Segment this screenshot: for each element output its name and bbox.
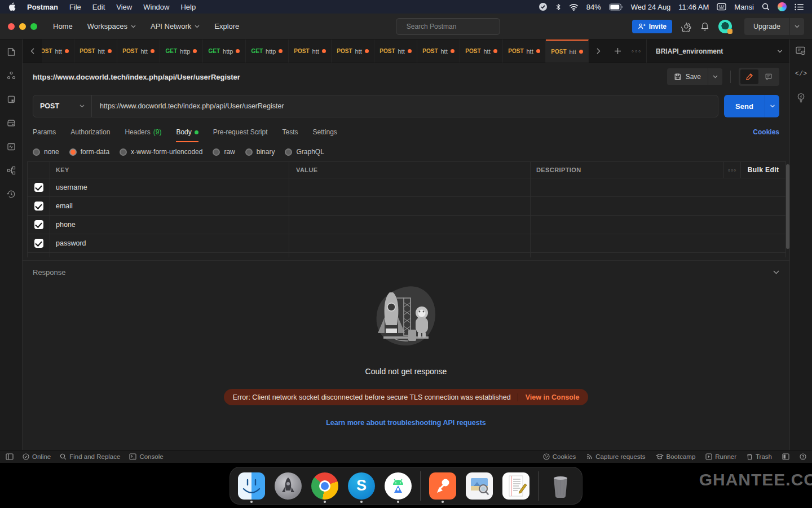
siri-icon[interactable] [778, 2, 787, 11]
send-options-chevron[interactable] [765, 95, 779, 117]
menu-window[interactable]: Window [143, 3, 169, 11]
request-tab[interactable]: GEThttp [246, 40, 289, 63]
nav-explore[interactable]: Explore [214, 22, 239, 30]
menu-view[interactable]: View [116, 3, 132, 11]
table-row[interactable]: email [28, 197, 785, 216]
android-studio-icon[interactable] [383, 468, 413, 503]
code-snippet-icon[interactable]: </> [795, 70, 807, 78]
upgrade-button[interactable]: Upgrade [744, 18, 804, 35]
minimize-window-button[interactable] [19, 23, 26, 30]
notifications-bell-icon[interactable] [700, 21, 709, 32]
wifi-icon[interactable] [569, 3, 579, 11]
tab-body[interactable]: Body [176, 122, 198, 142]
collections-icon[interactable] [6, 46, 17, 58]
tab-options-button[interactable]: ○○○ [627, 40, 646, 63]
spotlight-search-icon[interactable] [762, 3, 770, 11]
row-checkbox-checked[interactable] [34, 220, 43, 229]
row-checkbox-checked[interactable] [34, 239, 43, 248]
input-source-icon[interactable] [717, 3, 726, 11]
finder-icon[interactable] [237, 468, 266, 503]
tab-authorization[interactable]: Authorization [70, 122, 110, 142]
save-options-chevron[interactable] [708, 68, 722, 85]
table-row[interactable]: username [28, 178, 785, 197]
launchpad-icon[interactable] [273, 468, 303, 503]
console-button[interactable]: Console [129, 453, 163, 460]
trash-icon[interactable] [546, 468, 575, 503]
zoom-window-button[interactable] [30, 23, 37, 30]
column-options-icon[interactable]: ○○○ [723, 162, 740, 178]
request-tab[interactable]: POSThtt [503, 40, 546, 63]
split-panes-icon[interactable] [782, 453, 789, 460]
postman-icon[interactable] [428, 468, 457, 503]
capture-requests-button[interactable]: Capture requests [586, 453, 645, 460]
trash-button[interactable]: Trash [747, 453, 772, 460]
row-checkbox-checked[interactable] [34, 202, 43, 211]
menubar-app-name[interactable]: Postman [27, 3, 58, 11]
runner-button[interactable]: Runner [705, 453, 736, 460]
edit-pencil-button[interactable] [740, 69, 758, 84]
environment-selector[interactable]: BRIAPI_environment [646, 40, 789, 63]
request-tab[interactable]: POSThtt [332, 40, 374, 63]
row-checkbox-checked[interactable] [34, 183, 43, 192]
method-dropdown[interactable]: POST [33, 95, 92, 117]
invite-button[interactable]: Invite [632, 20, 672, 33]
tab-pre-request-script[interactable]: Pre-request Script [213, 122, 268, 142]
search-input[interactable] [407, 23, 494, 30]
request-tab[interactable]: GEThttp [160, 40, 203, 63]
tabs-scroll-right-button[interactable] [589, 40, 608, 63]
save-button[interactable]: Save [667, 68, 722, 85]
bulk-edit-button[interactable]: Bulk Edit [740, 162, 785, 178]
mode-graphql[interactable]: GraphQL [285, 148, 324, 156]
send-button[interactable]: Send [724, 95, 779, 117]
close-window-button[interactable] [8, 23, 15, 30]
menubar-user[interactable]: Mansi [734, 3, 754, 11]
url-input[interactable] [92, 95, 718, 117]
menubar-date[interactable]: Wed 24 Aug [631, 3, 671, 11]
bootcamp-button[interactable]: Bootcamp [656, 453, 696, 460]
tab-headers[interactable]: Headers(9) [125, 122, 161, 142]
troubleshooting-link[interactable]: Learn more about troubleshooting API req… [326, 419, 486, 427]
tab-settings[interactable]: Settings [313, 122, 337, 142]
nav-api-network[interactable]: API Network [151, 22, 200, 30]
collapse-chevron-icon[interactable] [773, 270, 779, 274]
mock-servers-icon[interactable] [6, 117, 17, 129]
new-tab-button[interactable] [608, 40, 627, 63]
menu-edit[interactable]: Edit [92, 3, 105, 11]
tab-params[interactable]: Params [33, 122, 56, 142]
history-icon[interactable] [6, 189, 17, 200]
request-tab[interactable]: POSThtt [374, 40, 417, 63]
table-row[interactable]: password [28, 234, 785, 253]
lightbulb-icon[interactable] [796, 93, 806, 103]
request-tab[interactable]: POSThtt [42, 40, 74, 63]
tab-tests[interactable]: Tests [282, 122, 298, 142]
global-search[interactable] [396, 18, 500, 35]
comment-button[interactable] [760, 69, 778, 84]
mode-none[interactable]: none [33, 148, 59, 156]
upgrade-chevron[interactable] [789, 18, 804, 35]
cookies-link[interactable]: Cookies [753, 128, 779, 136]
skype-icon[interactable]: S [347, 468, 376, 503]
request-tab[interactable]: POSThtt [289, 40, 332, 63]
mode-binary[interactable]: binary [245, 148, 275, 156]
environment-quicklook-icon[interactable] [796, 46, 806, 55]
request-tab[interactable]: POSThtt [417, 40, 460, 63]
textedit-icon[interactable] [501, 468, 531, 503]
menubar-time[interactable]: 11:46 AM [678, 3, 709, 11]
chrome-icon[interactable] [310, 468, 339, 503]
control-list-icon[interactable] [795, 3, 804, 11]
table-scrollbar[interactable] [786, 164, 789, 249]
user-avatar[interactable] [718, 20, 732, 33]
bluetooth-icon[interactable] [555, 3, 561, 11]
nav-home[interactable]: Home [53, 22, 73, 30]
apple-logo-icon[interactable] [8, 2, 16, 11]
request-tab[interactable]: POSThtt [74, 40, 117, 63]
mode-form-data[interactable]: form-data [69, 148, 109, 156]
request-tab[interactable]: POSThtt [117, 40, 160, 63]
request-tab[interactable]: POSThtt [460, 40, 503, 63]
view-in-console-button[interactable]: View in Console [518, 393, 580, 401]
status-check-icon[interactable] [539, 2, 548, 11]
nav-workspaces[interactable]: Workspaces [87, 22, 136, 30]
environments-icon[interactable] [6, 94, 17, 105]
preview-icon[interactable] [465, 468, 494, 503]
settings-gear-icon[interactable] [681, 21, 691, 32]
